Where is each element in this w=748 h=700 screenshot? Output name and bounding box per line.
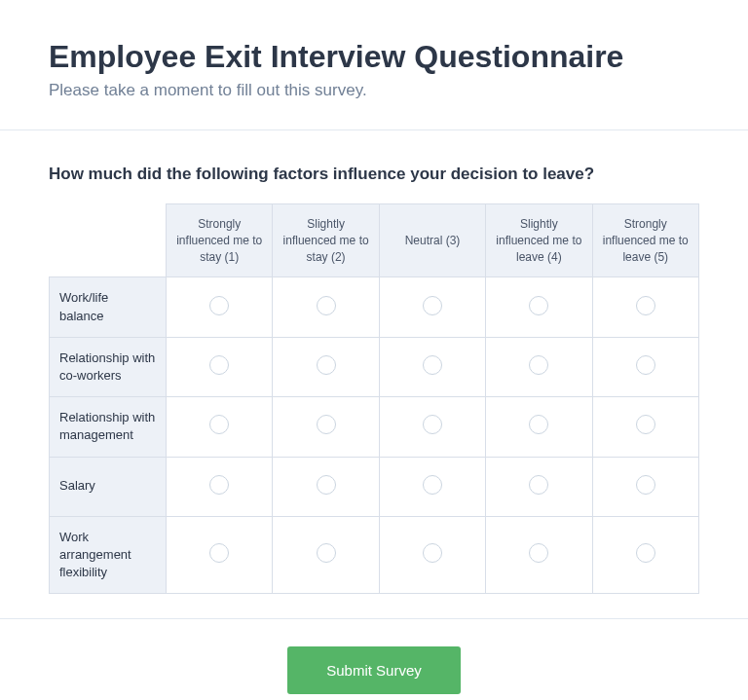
col-head-2: Slightly influenced me to stay (2) [273, 204, 379, 277]
row-head-2: Relationship with co-workers [50, 337, 167, 396]
radio-option[interactable] [209, 475, 229, 495]
radio-option[interactable] [636, 475, 655, 495]
radio-option[interactable] [317, 475, 336, 495]
radio-option[interactable] [209, 543, 229, 563]
radio-option[interactable] [423, 355, 442, 375]
question-text: How much did the following factors influ… [49, 165, 699, 184]
radio-option[interactable] [636, 355, 655, 375]
radio-option[interactable] [636, 415, 655, 434]
radio-option[interactable] [423, 296, 442, 315]
table-row: Relationship with management [50, 397, 699, 457]
radio-option[interactable] [423, 543, 442, 563]
radio-option[interactable] [209, 355, 229, 375]
radio-option[interactable] [636, 543, 655, 563]
radio-option[interactable] [529, 475, 548, 495]
table-row: Work/life balance [50, 277, 699, 337]
survey-footer: Submit Survey [0, 619, 748, 700]
radio-option[interactable] [317, 415, 336, 434]
radio-option[interactable] [423, 475, 442, 495]
row-head-4: Salary [50, 457, 167, 516]
page-title: Employee Exit Interview Questionnaire [49, 39, 699, 75]
col-head-4: Slightly influenced me to leave (4) [486, 204, 592, 277]
radio-option[interactable] [209, 296, 229, 315]
radio-option[interactable] [529, 543, 548, 563]
row-head-5: Work arrangement flexibility [50, 516, 167, 594]
table-row: Salary [50, 457, 699, 516]
radio-option[interactable] [317, 296, 336, 315]
submit-button[interactable]: Submit Survey [287, 646, 461, 694]
radio-option[interactable] [636, 296, 655, 315]
question-section: How much did the following factors influ… [0, 130, 748, 618]
col-head-5: Strongly influenced me to leave (5) [592, 204, 698, 277]
likert-table: Strongly influenced me to stay (1) Sligh… [49, 203, 699, 594]
radio-option[interactable] [529, 355, 548, 375]
radio-option[interactable] [529, 296, 548, 315]
col-head-3: Neutral (3) [379, 204, 485, 277]
page-subtitle: Please take a moment to fill out this su… [49, 81, 699, 100]
radio-option[interactable] [209, 415, 229, 434]
table-row: Work arrangement flexibility [50, 516, 699, 594]
row-head-3: Relationship with management [50, 397, 167, 457]
radio-option[interactable] [317, 543, 336, 563]
radio-option[interactable] [317, 355, 336, 375]
radio-option[interactable] [423, 415, 442, 434]
radio-option[interactable] [529, 415, 548, 434]
row-head-1: Work/life balance [50, 277, 167, 337]
survey-header: Employee Exit Interview Questionnaire Pl… [0, 0, 748, 129]
col-head-1: Strongly influenced me to stay (1) [167, 204, 273, 277]
table-blank-corner [50, 204, 167, 277]
table-row: Relationship with co-workers [50, 337, 699, 396]
